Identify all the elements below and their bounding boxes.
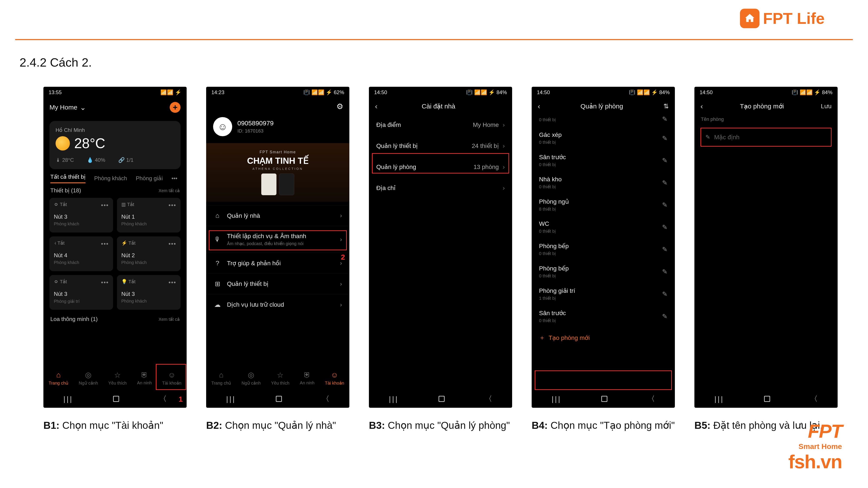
menu-help[interactable]: ? Trợ giúp & phản hồi ›: [206, 253, 349, 273]
back-icon[interactable]: ‹: [538, 102, 540, 110]
more-icon[interactable]: •••: [101, 240, 109, 247]
menu-cloud[interactable]: ☁ Dịch vụ lưu trữ cloud ›: [206, 294, 349, 315]
tab-living[interactable]: Phòng khách: [94, 175, 127, 182]
nav-home[interactable]: ⌂Trang chủ: [49, 371, 68, 386]
room-item[interactable]: Phòng ngủ8 thiết bị✎: [532, 194, 675, 216]
more-icon[interactable]: •••: [168, 202, 176, 209]
more-icon[interactable]: •••: [101, 202, 109, 209]
edit-icon[interactable]: ✎: [662, 268, 668, 275]
tab-entertainment[interactable]: Phòng giải: [136, 175, 163, 182]
device-card[interactable]: 💡 Tắt•••Nút 3Phòng khách: [117, 275, 181, 310]
device-card[interactable]: ⭘ Tắt•••Nút 3Phòng giải trí: [50, 275, 113, 310]
back-icon[interactable]: ‹: [701, 102, 703, 110]
edit-icon[interactable]: ✎: [662, 246, 668, 253]
nav-security[interactable]: ⛨An ninh: [137, 371, 152, 385]
room-item[interactable]: WC0 thiết bị✎: [532, 216, 675, 238]
back-icon[interactable]: 〈: [810, 394, 818, 404]
edit-icon[interactable]: ✎: [662, 223, 668, 231]
room-item-partial[interactable]: 0 thiết bị ✎: [532, 114, 675, 127]
home-button-icon[interactable]: [601, 396, 608, 402]
nav-account[interactable]: ☺Tài khoản: [162, 371, 181, 386]
view-all-link[interactable]: Xem tất cả: [159, 188, 180, 193]
tab-all[interactable]: Tất cả thiết bị: [50, 173, 86, 183]
more-icon[interactable]: •••: [168, 279, 176, 286]
recent-apps-icon[interactable]: |||: [714, 395, 724, 403]
home-button-icon[interactable]: [764, 396, 770, 402]
status-time: 14:50: [537, 89, 550, 95]
chevron-right-icon: ›: [503, 142, 505, 150]
room-item[interactable]: Sân trước0 thiết bị✎: [532, 149, 675, 171]
edit-icon[interactable]: ✎: [662, 290, 668, 298]
star-icon: ☆: [114, 371, 121, 379]
back-icon[interactable]: 〈: [159, 394, 167, 404]
recent-apps-icon[interactable]: |||: [552, 395, 561, 403]
edit-icon[interactable]: ✎: [662, 115, 668, 123]
weather-card[interactable]: Hồ Chí Minh 28°C 🌡 28°C 💧 40% 🔗 1/1: [50, 121, 181, 169]
device-card[interactable]: ▥ Tắt•••Nút 1Phòng khách: [117, 198, 181, 232]
row-address[interactable]: Địa chỉ ›: [369, 177, 512, 198]
home-button-icon[interactable]: [439, 396, 445, 402]
menu-label: Thiết lập dịch vụ & Âm thanh: [227, 232, 334, 240]
device-card[interactable]: ⫞ Tắt•••Nút 4Phòng khách: [50, 236, 113, 271]
recent-apps-icon[interactable]: |||: [63, 395, 73, 403]
room-item[interactable]: Gác xép0 thiết bị✎: [532, 127, 675, 149]
back-icon[interactable]: ‹: [375, 102, 377, 110]
edit-icon[interactable]: ✎: [662, 134, 668, 142]
nav-favorite[interactable]: ☆Yêu thích: [271, 371, 289, 386]
sort-icon[interactable]: ⇅: [663, 102, 669, 110]
gear-icon[interactable]: ⚙: [336, 102, 343, 111]
back-icon[interactable]: 〈: [322, 394, 330, 404]
menu-home-management[interactable]: ⌂ Quản lý nhà ›: [206, 205, 349, 226]
room-name: Phòng giải trí: [539, 287, 575, 294]
menu-audio[interactable]: 🎙 Thiết lập dịch vụ & Âm thanh Âm nhạc, …: [206, 226, 349, 253]
edit-icon[interactable]: ✎: [662, 201, 668, 209]
recent-apps-icon[interactable]: |||: [389, 395, 399, 403]
more-icon[interactable]: •••: [168, 240, 176, 247]
nav-scene[interactable]: ◎Ngữ cảnh: [242, 370, 260, 386]
back-icon[interactable]: 〈: [485, 394, 492, 404]
home-button-icon[interactable]: [276, 396, 282, 402]
user-row[interactable]: ☺ 0905890979 ID: 1670163: [206, 115, 349, 138]
nav-favorite[interactable]: ☆Yêu thích: [108, 371, 127, 386]
weather-temp: 28°C: [74, 135, 105, 152]
caption-1: B1: Chọn mục "Tài khoản": [43, 419, 187, 432]
chevron-down-icon: ⌄: [80, 103, 86, 112]
device-card[interactable]: ⭘ Tắt•••Nút 3Phòng khách: [50, 198, 113, 232]
more-icon[interactable]: •••: [101, 279, 109, 286]
promo-banner[interactable]: FPT Smart Home CHẠM TINH TẾ ATHENA COLLE…: [206, 143, 349, 202]
tab-more-icon[interactable]: •••: [172, 175, 177, 182]
room-item[interactable]: Phòng giải trí1 thiết bị✎: [532, 283, 675, 305]
settings-list: ⌂ Quản lý nhà › 🎙 Thiết lập dịch vụ & Âm…: [206, 205, 349, 315]
menu-device-management[interactable]: ⊞ Quản lý thiết bị ›: [206, 273, 349, 294]
home-dropdown[interactable]: My Home ⌄: [50, 103, 86, 112]
save-button[interactable]: Lưu: [821, 103, 832, 110]
home-button-icon[interactable]: [113, 396, 119, 402]
row-devices[interactable]: Quản lý thiết bị 24 thiết bị›: [369, 135, 512, 156]
view-all-link[interactable]: Xem tất cả: [159, 317, 180, 322]
add-button[interactable]: +: [170, 102, 181, 113]
add-room-button[interactable]: ＋ Tạo phòng mới: [532, 327, 675, 348]
room-name-input[interactable]: ✎ Mặc định: [701, 128, 832, 147]
room-item[interactable]: Phòng bếp0 thiết bị✎: [532, 260, 675, 283]
nav-home[interactable]: ⌂Trang chủ: [211, 371, 231, 386]
room-name: Gác xép: [539, 131, 562, 138]
room-item[interactable]: Phòng bếp0 thiết bị✎: [532, 238, 675, 260]
device-card[interactable]: ⚡ Tắt•••Nút 2Phòng khách: [117, 236, 181, 271]
user-phone: 0905890979: [238, 120, 274, 127]
row-rooms[interactable]: Quản lý phòng 13 phòng›: [369, 156, 512, 177]
edit-icon[interactable]: ✎: [662, 313, 668, 320]
edit-icon[interactable]: ✎: [662, 157, 668, 164]
status-time: 14:50: [700, 89, 713, 95]
nav-scene[interactable]: ◎Ngữ cảnh: [79, 370, 98, 386]
edit-icon[interactable]: ✎: [662, 179, 668, 187]
nav-security[interactable]: ⛨An ninh: [300, 371, 315, 385]
room-item[interactable]: Nhà kho0 thiết bị✎: [532, 171, 675, 194]
help-icon: ?: [214, 259, 221, 267]
row-location[interactable]: Địa điểm My Home›: [369, 114, 512, 135]
room-item[interactable]: Sân trước0 thiết bị✎: [532, 305, 675, 327]
nav-account[interactable]: ☺Tài khoản: [325, 371, 344, 386]
back-icon[interactable]: 〈: [648, 394, 655, 404]
footer-sub: Smart Home: [788, 442, 842, 451]
recent-apps-icon[interactable]: |||: [226, 395, 236, 403]
chevron-right-icon: ›: [503, 185, 505, 192]
